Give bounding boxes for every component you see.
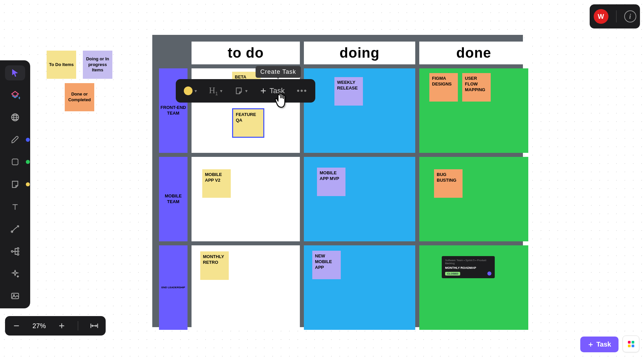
chevron-down-icon: ▾ — [220, 88, 222, 94]
select-tool[interactable] — [5, 65, 25, 80]
context-toolbar: ▾ H1 ▾ ▾ Task ••• — [176, 79, 315, 103]
mindmap-tool[interactable] — [5, 244, 25, 259]
connector-tool[interactable] — [5, 222, 25, 237]
plus-icon — [260, 87, 267, 95]
sticky-note-selected[interactable]: FEATURE QA — [233, 109, 263, 137]
zoom-level: 27% — [33, 322, 46, 330]
legend-todo[interactable]: To Do Items — [47, 51, 76, 79]
ctx-heading-picker[interactable]: H1 ▾ — [206, 79, 226, 103]
task-button-label: Task — [596, 341, 611, 348]
apps-button[interactable] — [623, 336, 639, 352]
ctx-color-picker[interactable]: ▾ — [180, 79, 200, 103]
sticky-note[interactable]: NEW MOBILE APP — [312, 251, 341, 279]
sticky-note[interactable]: MOBILE APP MVP — [317, 168, 345, 196]
plus-icon — [588, 342, 594, 348]
card-title: MONTHLY ROADMAP — [445, 266, 491, 269]
legend-done[interactable]: Done or Completed — [65, 83, 94, 111]
web-tool[interactable] — [5, 110, 25, 125]
svg-point-7 — [17, 250, 19, 252]
cell-mobile-todo[interactable]: MOBILE APP V2 — [192, 157, 300, 241]
user-avatar[interactable]: W — [594, 9, 608, 24]
card-status-pill: CLOSED — [445, 272, 460, 276]
cell-frontend-doing[interactable]: WEEKLY RELEASE — [304, 68, 415, 153]
legend-doing[interactable]: Doing or In progress Items — [83, 51, 112, 79]
sticky-note[interactable]: MONTHLY RETRO — [200, 251, 229, 280]
sticky-icon — [234, 86, 243, 95]
apps-grid-icon — [628, 341, 634, 347]
cell-leadership-todo[interactable]: MONTHLY RETRO — [192, 245, 300, 330]
column-header-todo: to do — [192, 42, 300, 64]
ctx-task-label: Task — [270, 86, 285, 95]
card-assignee-avatar — [487, 272, 491, 276]
svg-point-6 — [17, 247, 19, 249]
top-right-bar: W i — [590, 4, 640, 28]
legend-label: To Do Items — [49, 62, 73, 68]
image-tool[interactable] — [5, 288, 25, 303]
cell-mobile-done[interactable]: BUG BUSTING — [419, 157, 528, 241]
templates-tool[interactable]: + — [5, 88, 25, 103]
svg-rect-3 — [12, 159, 18, 165]
sticky-note[interactable]: USER FLOW MAPPING — [462, 73, 491, 102]
more-icon: ••• — [297, 86, 307, 96]
zoom-fit-button[interactable] — [88, 319, 101, 333]
ctx-more-button[interactable]: ••• — [293, 79, 311, 103]
ai-tool[interactable] — [5, 266, 25, 281]
create-task-tooltip: Create Task — [256, 66, 301, 78]
zoom-bar: 27% — [5, 316, 106, 336]
svg-point-5 — [11, 250, 13, 252]
cell-leadership-done[interactable]: Software Team • Sprint 5 • Product Backl… — [419, 245, 528, 330]
zoom-in-button[interactable] — [55, 319, 68, 333]
legend-label: Doing or In progress Items — [85, 56, 110, 73]
ctx-note-options[interactable]: ▾ — [231, 79, 251, 103]
ctx-create-task[interactable]: Task — [256, 79, 288, 103]
sticky-note[interactable]: FIGMA DESIGNS — [429, 73, 458, 102]
sticky-note[interactable]: WEEKLY RELEASE — [334, 77, 363, 106]
legend-label: Done or Completed — [67, 92, 92, 103]
color-swatch-icon — [184, 86, 193, 95]
chevron-down-icon: ▾ — [195, 88, 197, 94]
kanban-board: to do doing done FRONT-END TEAM BETA LAU… — [152, 35, 523, 327]
pen-tool[interactable] — [5, 132, 25, 147]
cell-leadership-doing[interactable]: NEW MOBILE APP — [304, 245, 415, 330]
shape-tool[interactable] — [5, 155, 25, 170]
chevron-down-icon: ▾ — [245, 88, 248, 94]
cell-frontend-done[interactable]: FIGMA DESIGNS USER FLOW MAPPING — [419, 68, 528, 153]
sticky-note[interactable]: MOBILE APP V2 — [202, 169, 231, 198]
left-toolbar: + — [0, 60, 30, 308]
svg-point-8 — [17, 253, 19, 255]
sticky-note[interactable]: BUG BUSTING — [434, 169, 463, 198]
info-button[interactable]: i — [624, 10, 636, 22]
column-header-done: done — [419, 42, 528, 64]
row-header-leadership: END LEADERSHIP — [159, 245, 187, 330]
avatar-initial: W — [598, 13, 604, 20]
column-header-doing: doing — [304, 42, 415, 64]
cell-mobile-doing[interactable]: MOBILE APP MVP — [304, 157, 415, 241]
svg-text:+: + — [18, 95, 20, 100]
sticky-tool[interactable] — [5, 177, 25, 192]
text-tool[interactable] — [5, 199, 25, 214]
row-header-mobile: MOBILE TEAM — [159, 157, 187, 241]
zoom-out-button[interactable] — [10, 319, 23, 333]
create-task-button[interactable]: Task — [580, 337, 619, 352]
heading-icon: H1 — [209, 85, 218, 96]
done-task-card[interactable]: Software Team • Sprint 5 • Product Backl… — [442, 256, 495, 278]
card-tags: Software Team • Sprint 5 • Product Backl… — [445, 259, 491, 265]
